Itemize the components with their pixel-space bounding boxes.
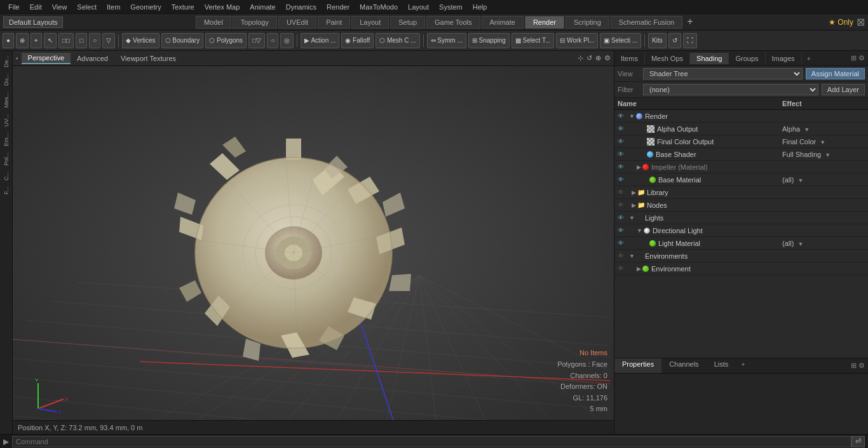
tool-circle2-btn[interactable]: ○ xyxy=(267,33,278,48)
sidebar-item-em[interactable]: Em... xyxy=(2,130,11,149)
symmetry-button[interactable]: ⇔ Symm ... xyxy=(427,33,466,48)
sidebar-item-pol[interactable]: Pol... xyxy=(2,150,11,168)
vp-home-icon[interactable]: ⊹ xyxy=(578,54,583,62)
add-tab-button[interactable]: + xyxy=(684,16,696,29)
tab-render[interactable]: Render xyxy=(525,16,564,29)
menu-animate[interactable]: Animate xyxy=(245,2,280,12)
menu-geometry[interactable]: Geometry xyxy=(125,2,166,12)
add-layer-button[interactable]: Add Layer xyxy=(822,84,865,95)
arrow-library[interactable]: ▶ xyxy=(632,189,636,196)
eye-render[interactable]: 👁 xyxy=(618,112,628,119)
tab-model[interactable]: Model xyxy=(196,16,231,29)
tab-layout[interactable]: Layout xyxy=(351,16,389,29)
shader-row-environments[interactable]: 👁 ▼ Environments xyxy=(614,250,868,262)
falloff-button[interactable]: ◉ Falloff xyxy=(341,33,374,48)
panel-tab-shading[interactable]: Shading xyxy=(690,53,729,64)
vp-gear-icon[interactable]: ⚙ xyxy=(604,54,611,62)
action-button[interactable]: ▶ Action ... xyxy=(301,33,339,48)
bottom-tab-channels[interactable]: Channels xyxy=(661,358,706,373)
menu-select[interactable]: Select xyxy=(72,2,102,12)
shader-row-render[interactable]: 👁 ▼ Render xyxy=(614,110,868,123)
bottom-tab-plus[interactable]: + xyxy=(736,358,750,373)
eye-final-color[interactable]: 👁 xyxy=(618,138,628,145)
shader-row-light-material[interactable]: 👁 Light Material (all) ▼ xyxy=(614,237,868,250)
viewport-tab-textures[interactable]: Viewport Textures xyxy=(114,53,182,64)
vertices-button[interactable]: ◆ Vertices xyxy=(122,33,159,48)
panel-tab-plus[interactable]: + xyxy=(802,53,816,64)
eye-base-shader[interactable]: 👁 xyxy=(618,151,628,158)
panel-expand-icon[interactable]: ⊞ xyxy=(851,54,857,62)
menu-edit[interactable]: Edit xyxy=(25,2,47,12)
tool-obj-btn[interactable]: □ xyxy=(76,33,87,48)
maximize-button[interactable]: ⊠ xyxy=(857,16,865,28)
eye-environments[interactable]: 👁 xyxy=(618,252,628,259)
eye-base-material[interactable]: 👁 xyxy=(618,176,628,183)
shader-row-base-shader[interactable]: 👁 Base Shader Full Shading ▼ xyxy=(614,148,868,161)
tool-circle-btn[interactable]: ○ xyxy=(89,33,100,48)
polygons-button[interactable]: ⬡ Polygons xyxy=(205,33,247,48)
arrow-impeller[interactable]: ▶ xyxy=(637,164,641,170)
sidebar-item-0[interactable]: De... xyxy=(2,53,11,70)
tool-new-btn[interactable]: ⊕ xyxy=(16,33,29,48)
bottom-expand-icon[interactable]: ⊞ xyxy=(851,362,857,370)
tool-mode-btn[interactable]: ● xyxy=(3,33,14,48)
snapping-button[interactable]: ⊞ Snapping xyxy=(468,33,510,48)
tool-select-btn[interactable]: ↖ xyxy=(44,33,57,48)
tab-topology[interactable]: Topology xyxy=(233,16,277,29)
assign-material-button[interactable]: Assign Material xyxy=(806,68,865,79)
menu-vertex-map[interactable]: Vertex Map xyxy=(200,2,245,12)
menu-texture[interactable]: Texture xyxy=(166,2,200,12)
eye-impeller[interactable]: 👁 xyxy=(618,163,628,170)
sidebar-item-c[interactable]: C... xyxy=(2,169,11,183)
vp-search-icon[interactable]: ⊕ xyxy=(595,54,601,62)
vp-refresh-icon[interactable]: ↺ xyxy=(587,54,592,62)
sidebar-item-f[interactable]: F... xyxy=(2,184,11,197)
viewport-tab-perspective[interactable]: Perspective xyxy=(22,53,71,64)
sidebar-item-mesh[interactable]: Mes... xyxy=(2,90,11,111)
star-only-button[interactable]: ★ Only xyxy=(829,18,853,27)
panel-tab-items[interactable]: Items xyxy=(614,53,645,64)
tool-target-btn[interactable]: ◎ xyxy=(280,33,294,48)
arrow-environment[interactable]: ▶ xyxy=(637,266,641,272)
mesh-button[interactable]: ⬡ Mesh C ... xyxy=(376,33,419,48)
arrow-dir-light[interactable]: ▼ xyxy=(637,227,642,234)
tab-setup[interactable]: Setup xyxy=(390,16,425,29)
menu-system[interactable]: System xyxy=(434,2,468,12)
sidebar-item-uv[interactable]: UV... xyxy=(2,112,11,129)
bottom-tab-properties[interactable]: Properties xyxy=(614,358,661,373)
bottom-gear-icon[interactable]: ⚙ xyxy=(858,362,865,370)
shader-row-base-material[interactable]: 👁 Base Material (all) ▼ xyxy=(614,173,868,186)
menu-view[interactable]: View xyxy=(47,2,72,12)
eye-environment[interactable]: 👁 xyxy=(618,265,628,272)
panel-tab-images[interactable]: Images xyxy=(766,53,802,64)
viewport-tab-advanced[interactable]: Advanced xyxy=(71,53,114,64)
tab-schematic-fusion[interactable]: Schematic Fusion xyxy=(611,16,682,29)
work-plane-button[interactable]: ⊟ Work Pl... xyxy=(556,33,598,48)
arrow-nodes[interactable]: ▶ xyxy=(632,202,636,208)
tab-paint[interactable]: Paint xyxy=(318,16,350,29)
shader-row-alpha[interactable]: 👁 Alpha Output Alpha ▼ xyxy=(614,123,868,135)
tool-poly-btn[interactable]: ▽ xyxy=(102,33,115,48)
command-input[interactable] xyxy=(12,436,851,447)
shader-row-lights[interactable]: 👁 ▼ Lights xyxy=(614,212,868,224)
tab-scripting[interactable]: Scripting xyxy=(566,16,609,29)
refresh-btn[interactable]: ↺ xyxy=(668,33,681,48)
selection-button[interactable]: ▣ Selecti ... xyxy=(600,33,641,48)
shader-row-library[interactable]: 👁 ▶ 📁 Library xyxy=(614,186,868,199)
panel-tab-mesh-ops[interactable]: Mesh Ops xyxy=(645,53,690,64)
tab-uvedit[interactable]: UVEdit xyxy=(278,16,316,29)
tool-snaps-btn[interactable]: ⌖ xyxy=(31,33,42,48)
command-enter-button[interactable]: ⏎ xyxy=(851,436,865,447)
eye-alpha[interactable]: 👁 xyxy=(618,125,628,132)
arrow-render[interactable]: ▼ xyxy=(629,113,635,119)
select-tool-button[interactable]: ▦ Select T... xyxy=(512,33,555,48)
menu-layout[interactable]: Layout xyxy=(403,2,434,12)
view-select[interactable]: Shader Tree xyxy=(643,68,803,79)
fullscreen-btn[interactable]: ⛶ xyxy=(683,33,697,48)
tool-item-btn[interactable]: □□ xyxy=(58,33,74,48)
menu-maxtomodo[interactable]: MaxToModo xyxy=(355,2,403,12)
eye-dir-light[interactable]: 👁 xyxy=(618,227,628,234)
menu-dynamics[interactable]: Dynamics xyxy=(281,2,322,12)
arrow-environments[interactable]: ▼ xyxy=(629,253,635,259)
eye-lights[interactable]: 👁 xyxy=(618,214,628,221)
